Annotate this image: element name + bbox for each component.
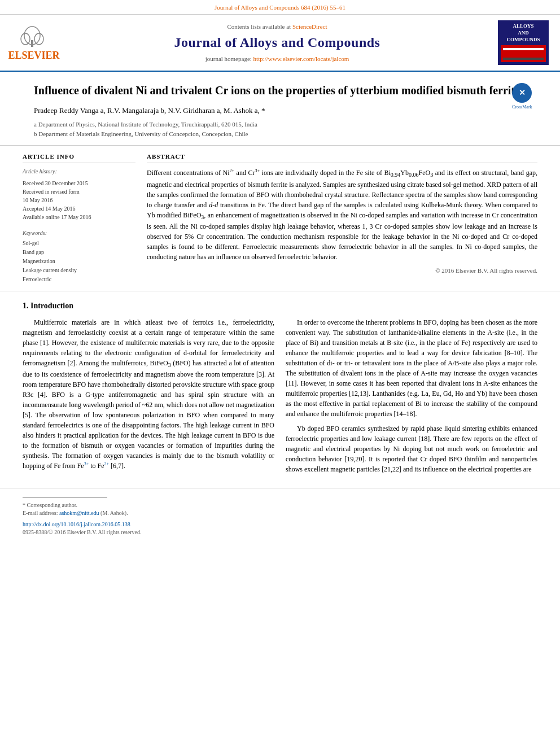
journal-homepage-link[interactable]: http://www.elsevier.com/locate/jalcom <box>253 55 349 62</box>
svg-rect-0 <box>31 40 33 47</box>
journal-logo-right: ALLOYSANDCOMPOUNDS <box>498 20 549 65</box>
footer-divider <box>23 497 107 498</box>
abstract-column: ABSTRACT Different concentrations of Ni2… <box>147 152 537 284</box>
affiliation-b: b Department of Materials Engineering, U… <box>34 129 526 139</box>
article-info-heading: ARTICLE INFO <box>23 152 135 163</box>
email-line: E-mail address: ashokm@nitt.edu (M. Asho… <box>23 509 537 517</box>
authors-line: Pradeep Reddy Vanga a, R.V. Mangalaraja … <box>34 106 526 116</box>
accepted-date: Accepted 14 May 2016 <box>23 204 135 213</box>
affiliations: a Department of Physics, National Instit… <box>34 120 526 139</box>
intro-right-col: In order to overcome the inherent proble… <box>286 317 537 479</box>
article-title-wrap: Influence of divalent Ni and trivalent C… <box>34 83 526 98</box>
keyword-leakage: Leakage current density <box>23 266 135 275</box>
elsevier-wordmark: ELSEVIER <box>8 49 59 63</box>
email-suffix: (M. Ashok). <box>100 510 128 516</box>
revised-date: 10 May 2016 <box>23 196 135 204</box>
history-label: Article history: <box>23 168 135 176</box>
contents-label: Contents lists available at ScienceDirec… <box>56 23 498 31</box>
footer: * Corresponding author. E-mail address: … <box>0 488 560 542</box>
svg-point-3 <box>34 33 43 45</box>
abstract-copyright: © 2016 Elsevier B.V. All rights reserved… <box>147 267 537 275</box>
article-header: Influence of divalent Ni and trivalent C… <box>0 72 560 145</box>
elsevier-logo: ELSEVIER <box>11 23 56 63</box>
keyword-band-gap: Band gap <box>23 248 135 257</box>
introduction-text-columns: Multiferroic materials are in which atle… <box>23 317 537 479</box>
journal-title: Journal of Alloys and Compounds <box>56 33 498 53</box>
crossmark-icon: ✕ <box>512 83 532 103</box>
keywords-label: Keywords: <box>23 229 135 237</box>
doi-link[interactable]: http://dx.doi.org/10.1016/j.jallcom.2016… <box>23 521 130 527</box>
keyword-sol-gel: Sol-gel <box>23 239 135 248</box>
crossmark-badge[interactable]: ✕ CrossMark <box>512 83 532 103</box>
email-label: E-mail address: <box>23 510 58 516</box>
affiliation-a: a Department of Physics, National Instit… <box>34 120 526 130</box>
received-revised-label: Received in revised form <box>23 187 135 196</box>
journal-ref-text: Journal of Alloys and Compounds 684 (201… <box>215 4 345 11</box>
available-online-date: Available online 17 May 2016 <box>23 213 135 221</box>
article-title: Influence of divalent Ni and trivalent C… <box>34 83 526 98</box>
abstract-text: Different concentrations of Ni2+ and Cr3… <box>147 168 537 262</box>
intro-para-right-1: In order to overcome the inherent proble… <box>286 317 537 419</box>
doi-line: http://dx.doi.org/10.1016/j.jallcom.2016… <box>23 521 537 528</box>
intro-left-col: Multiferroic materials are in which atle… <box>23 317 274 479</box>
intro-para-right-2: Yb doped BFO ceramics synthesized by rap… <box>286 423 537 474</box>
sciencedirect-link[interactable]: ScienceDirect <box>292 23 327 30</box>
journal-header-center: Contents lists available at ScienceDirec… <box>56 23 498 63</box>
journal-reference-bar: Journal of Alloys and Compounds 684 (201… <box>0 0 560 15</box>
svg-point-2 <box>21 33 30 45</box>
article-info-column: ARTICLE INFO Article history: Received 3… <box>23 152 135 284</box>
introduction-section: 1. Introduction Multiferroic materials a… <box>0 291 560 488</box>
received-date: Received 30 December 2015 <box>23 179 135 187</box>
keyword-ferroelectric: Ferroelectric <box>23 275 135 284</box>
keyword-magnetization: Magnetization <box>23 257 135 266</box>
elsevier-tree-icon <box>14 23 54 49</box>
intro-para-1: Multiferroic materials are in which atle… <box>23 317 274 471</box>
author-email[interactable]: ashokm@nitt.edu <box>59 510 99 516</box>
corresponding-author-label: * Corresponding author. <box>23 501 537 509</box>
journal-header: ELSEVIER Contents lists available at Sci… <box>0 15 560 72</box>
journal-homepage: journal homepage: http://www.elsevier.co… <box>56 55 498 63</box>
abstract-heading: ABSTRACT <box>147 152 537 163</box>
article-info-abstract-section: ARTICLE INFO Article history: Received 3… <box>0 146 560 291</box>
introduction-title: 1. Introduction <box>23 300 537 312</box>
footer-copyright: 0925-8388/© 2016 Elsevier B.V. All right… <box>23 528 537 536</box>
keywords-section: Keywords: Sol-gel Band gap Magnetization… <box>23 229 135 284</box>
